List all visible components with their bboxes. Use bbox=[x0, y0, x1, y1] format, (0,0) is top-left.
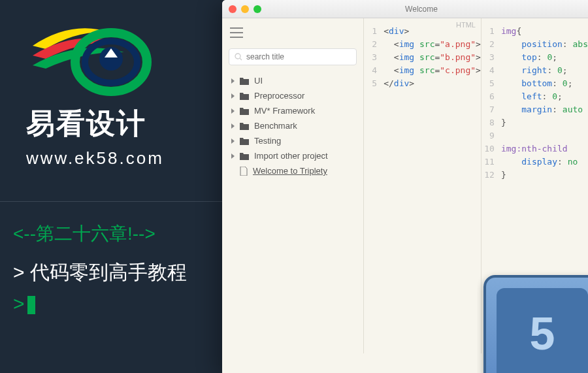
line-number: 4 bbox=[482, 64, 501, 77]
line-number: 2 bbox=[364, 38, 384, 51]
brand-name-cn: 易看设计 bbox=[26, 105, 203, 143]
prompt-line: > bbox=[0, 289, 222, 318]
chevron-right-icon bbox=[231, 78, 235, 84]
line-number: 8 bbox=[482, 116, 501, 129]
folder-icon bbox=[240, 107, 249, 115]
window-titlebar[interactable]: Welcome bbox=[222, 0, 588, 18]
code-line[interactable]: 6 left: 0; bbox=[482, 90, 588, 103]
line-number: 9 bbox=[482, 129, 501, 142]
menu-button[interactable] bbox=[222, 24, 363, 44]
line-number: 3 bbox=[482, 51, 501, 64]
code-line[interactable]: 4 right: 0; bbox=[482, 64, 588, 77]
logo-swirl bbox=[20, 13, 163, 98]
html5-shield-icon: 5 bbox=[497, 288, 588, 373]
app-badge: 5 bbox=[477, 262, 588, 373]
code-line[interactable]: 2 position: abs bbox=[482, 38, 588, 51]
file-tree: UIPreprocessorMV* FrameworkBenchmarkTest… bbox=[222, 69, 363, 182]
window-title: Welcome bbox=[261, 5, 581, 14]
tree-item-1[interactable]: Preprocessor bbox=[222, 88, 363, 103]
line-number: 7 bbox=[482, 103, 501, 116]
line-number: 2 bbox=[482, 38, 501, 51]
file-sidebar: UIPreprocessorMV* FrameworkBenchmarkTest… bbox=[222, 18, 364, 353]
folder-icon bbox=[240, 92, 249, 100]
code-line[interactable]: 11 display: no bbox=[482, 155, 588, 169]
line-number: 5 bbox=[364, 77, 384, 90]
folder-icon bbox=[240, 122, 249, 130]
code-line[interactable]: 8} bbox=[482, 116, 588, 129]
svg-line-7 bbox=[240, 58, 242, 60]
file-icon bbox=[240, 167, 248, 176]
tree-item-2[interactable]: MV* Framework bbox=[222, 103, 363, 118]
code-line[interactable]: 3 top: 0; bbox=[482, 51, 588, 64]
search-input[interactable] bbox=[246, 52, 351, 61]
svg-rect-4 bbox=[230, 32, 243, 33]
tree-item-5[interactable]: Import other project bbox=[222, 148, 363, 163]
code-line[interactable]: 9 bbox=[482, 129, 588, 142]
chevron-right-icon bbox=[231, 154, 235, 159]
tree-item-4[interactable]: Testing bbox=[222, 133, 363, 148]
tree-item-3[interactable]: Benchmark bbox=[222, 118, 363, 133]
minimize-icon[interactable] bbox=[241, 5, 249, 13]
code-line[interactable]: 5</div> bbox=[364, 77, 481, 90]
code-line[interactable]: 7 margin: auto bbox=[482, 103, 588, 116]
chevron-right-icon bbox=[231, 138, 235, 144]
svg-rect-5 bbox=[230, 37, 243, 38]
brand-url: www.ek58.com bbox=[26, 148, 203, 169]
code-line[interactable]: 4 <img src="c.png"> bbox=[364, 64, 481, 77]
code-line[interactable]: 10img:nth-child bbox=[482, 142, 588, 155]
app-window: Welcome UIPreprocessorMV* FrameworkBench… bbox=[222, 0, 588, 373]
line-number: 10 bbox=[482, 142, 501, 155]
editor-html-label: HTML bbox=[456, 21, 476, 29]
folder-icon bbox=[240, 137, 249, 145]
chevron-right-icon bbox=[231, 93, 235, 99]
line-number: 1 bbox=[482, 25, 501, 38]
search-icon bbox=[235, 53, 242, 61]
svg-rect-3 bbox=[230, 27, 243, 29]
chevron-right-icon bbox=[231, 108, 235, 114]
line-number: 5 bbox=[482, 77, 501, 90]
left-branding-panel: 易看设计 www.ek58.com <--第二十六章!--> > 代码零到高手教… bbox=[0, 0, 222, 373]
html-editor[interactable]: HTML 1<div>2 <img src="a.png">3 <img src… bbox=[364, 18, 482, 353]
chapter-title: <--第二十六章!--> bbox=[0, 221, 222, 246]
code-line[interactable]: 12} bbox=[482, 169, 588, 182]
tutorial-title: > 代码零到高手教程 bbox=[0, 246, 222, 289]
tree-item-0[interactable]: UI bbox=[222, 73, 363, 88]
cursor-icon bbox=[27, 296, 35, 314]
code-line[interactable]: 2 <img src="a.png"> bbox=[364, 38, 481, 51]
code-line[interactable]: 1img{ bbox=[482, 25, 588, 38]
close-icon[interactable] bbox=[229, 5, 237, 13]
code-line[interactable]: 3 <img src="b.png"> bbox=[364, 51, 481, 64]
line-number: 12 bbox=[482, 169, 501, 182]
folder-icon bbox=[240, 77, 249, 85]
folder-icon bbox=[240, 152, 249, 160]
line-number: 11 bbox=[482, 155, 501, 169]
chevron-right-icon bbox=[231, 123, 235, 129]
maximize-icon[interactable] bbox=[253, 5, 261, 13]
code-line[interactable]: 5 bottom: 0; bbox=[482, 77, 588, 90]
svg-point-6 bbox=[235, 54, 240, 59]
line-number: 4 bbox=[364, 64, 384, 77]
divider bbox=[0, 201, 222, 202]
line-number: 3 bbox=[364, 51, 384, 64]
tree-item-6[interactable]: Welcome to Triplety bbox=[222, 163, 363, 178]
line-number: 1 bbox=[364, 25, 384, 38]
search-box[interactable] bbox=[229, 48, 357, 65]
line-number: 6 bbox=[482, 90, 501, 103]
